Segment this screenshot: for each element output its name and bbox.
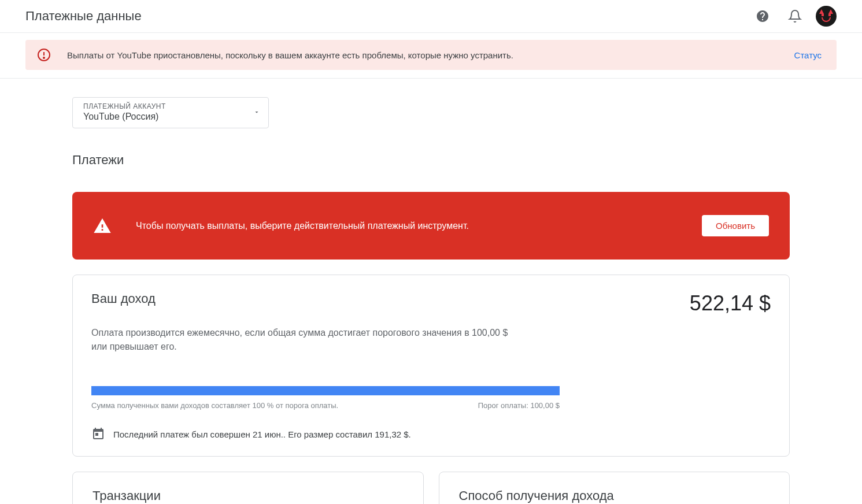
chevron-down-icon <box>253 109 260 116</box>
svg-point-2 <box>43 57 45 58</box>
payment-warning-banner: Чтобы получать выплаты, выберите действи… <box>72 192 790 260</box>
header-actions <box>751 5 837 28</box>
transactions-card[interactable]: Транзакции <box>72 472 424 504</box>
payment-method-title: Способ получения дохода <box>459 488 770 503</box>
alert-content: Выплаты от YouTube приостановлены, поско… <box>37 48 513 62</box>
page-title: Платежные данные <box>25 9 142 24</box>
warning-icon <box>93 217 112 235</box>
status-link[interactable]: Статус <box>794 50 822 60</box>
income-card: Ваш доход 522,14 $ Оплата производится е… <box>72 275 790 457</box>
help-button[interactable] <box>751 5 774 28</box>
alert-banner: Выплаты от YouTube приостановлены, поско… <box>25 40 837 70</box>
help-icon <box>756 9 769 23</box>
payment-method-card[interactable]: Способ получения дохода <box>439 472 790 504</box>
notifications-button[interactable] <box>783 5 806 28</box>
warning-text: Чтобы получать выплаты, выберите действи… <box>136 221 469 231</box>
payments-section-title: Платежи <box>72 153 790 168</box>
main-content: ПЛАТЕЖНЫЙ АККАУНТ YouTube (Россия) Плате… <box>72 79 790 504</box>
progress-left-label: Сумма полученных вами доходов составляет… <box>91 401 338 410</box>
update-button[interactable]: Обновить <box>702 215 769 236</box>
account-select-dropdown[interactable]: ПЛАТЕЖНЫЙ АККАУНТ YouTube (Россия) <box>72 97 269 128</box>
alert-text: Выплаты от YouTube приостановлены, поско… <box>67 50 513 60</box>
transactions-title: Транзакции <box>93 488 404 503</box>
progress-bar <box>91 386 560 395</box>
income-subtitle: Оплата производится ежемесячно, если общ… <box>91 326 519 354</box>
error-icon <box>37 48 51 62</box>
page-header: Платежные данные <box>0 0 862 33</box>
progress-right-label: Порог оплаты: 100,00 $ <box>478 401 560 410</box>
user-avatar[interactable] <box>816 6 837 27</box>
last-payment-text: Последний платеж был совершен 21 июн.. Е… <box>113 429 411 439</box>
bell-icon <box>788 9 802 23</box>
calendar-icon <box>91 427 105 441</box>
income-card-title: Ваш доход <box>91 291 156 306</box>
account-select-value: YouTube (Россия) <box>83 112 166 122</box>
income-amount: 522,14 $ <box>690 291 771 316</box>
account-select-label: ПЛАТЕЖНЫЙ АККАУНТ <box>83 102 166 110</box>
